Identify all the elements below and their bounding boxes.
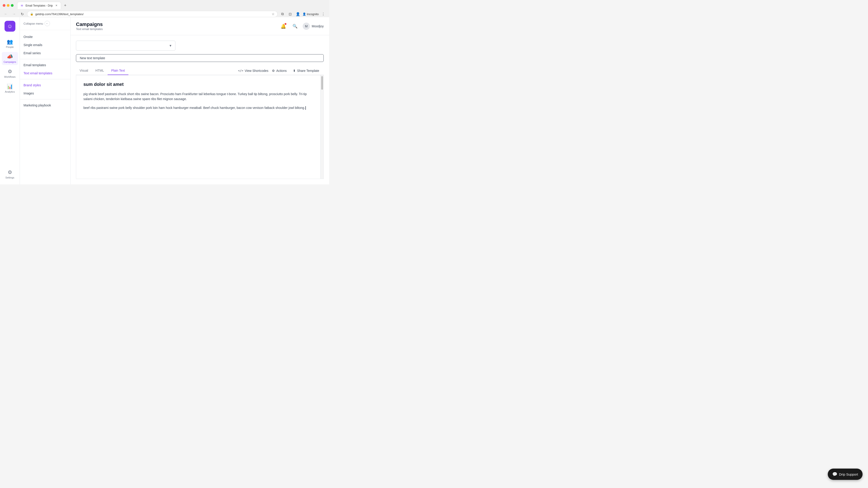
browser-title-bar: ✉ Email Templates - Drip ✕ + — [0, 0, 329, 10]
editor-paragraph-1: pig shank beef pastrami chuck short ribs… — [84, 92, 313, 102]
actions-gear-icon: ⚙ — [272, 69, 275, 72]
app-layout: ☺ 👥 People 📣 Campaigns ⚙ Workflows 📊 Ana… — [0, 17, 329, 184]
sidebar-header: Collapse menu ← — [20, 17, 70, 30]
collapse-arrow-icon: ← — [44, 21, 50, 26]
actions-label: Actions — [276, 69, 287, 72]
active-browser-tab[interactable]: ✉ Email Templates - Drip ✕ — [17, 2, 61, 9]
workflows-icon: ⚙ — [8, 69, 12, 74]
tab-favicon-icon: ✉ — [20, 4, 24, 7]
analytics-icon: 📊 — [7, 84, 13, 90]
collapse-menu-label: Collapse menu — [24, 22, 43, 25]
user-avatar: M — [303, 23, 310, 30]
sidebar-nav-brand-styles[interactable]: Brand styles — [20, 81, 70, 89]
sidebar-nav-single-emails[interactable]: Single emails — [20, 41, 70, 49]
toolbar-actions: </> View Shortcodes ⚙ Actions ⬆ Share Te… — [236, 67, 324, 74]
editor-paragraph-2: beef ribs pastrami swine pork belly shou… — [84, 105, 313, 110]
sidebar-nav: Onsite Single emails Email series Email … — [20, 30, 70, 112]
back-nav-btn[interactable]: ← — [3, 11, 9, 17]
sidebar-divider-1 — [20, 59, 70, 59]
app-logo[interactable]: ☺ — [4, 21, 16, 32]
bookmark-icon[interactable]: ☆ — [272, 12, 275, 16]
tab-html[interactable]: HTML — [92, 66, 107, 75]
editor-area[interactable]: sum dolor sit amet pig shank beef pastra… — [76, 75, 324, 179]
sidebar-nav-onsite[interactable]: Onsite — [20, 33, 70, 41]
logo-icon: ☺ — [7, 23, 13, 29]
view-shortcodes-btn[interactable]: </> View Shortcodes — [238, 67, 268, 74]
browser-actions: ⧉ ⊡ 👤 👤 Incognito ⋮ — [279, 11, 327, 17]
analytics-label: Analytics — [5, 90, 15, 93]
zoom-btn[interactable]: ⊡ — [287, 11, 293, 17]
sidebar-item-settings[interactable]: ⚙ Settings — [2, 168, 18, 181]
browser-tabs: ✉ Email Templates - Drip ✕ + — [16, 2, 70, 9]
dropdown-chevron-icon: ▼ — [169, 44, 172, 47]
close-window-btn[interactable] — [3, 4, 5, 7]
header-right: 🔔 🔍 M Moodjoy — [279, 22, 324, 30]
browser-chrome: ✉ Email Templates - Drip ✕ + ← → ↻ 🔒 get… — [0, 0, 329, 17]
more-options-btn[interactable]: ⋮ — [320, 11, 327, 17]
sidebar-divider-3 — [20, 99, 70, 99]
workflows-label: Workflows — [4, 75, 16, 78]
campaigns-label: Campaigns — [4, 61, 16, 63]
text-cursor — [305, 106, 306, 110]
editor-content[interactable]: sum dolor sit amet pig shank beef pastra… — [76, 75, 323, 179]
user-name: Moodjoy — [312, 24, 324, 28]
people-label: People — [6, 46, 13, 48]
new-template-btn[interactable]: New text template — [76, 54, 324, 62]
editor-scrollbar[interactable] — [320, 75, 323, 179]
page-title: Campaigns — [76, 22, 103, 27]
incognito-label: 👤 Incognito — [303, 12, 319, 16]
sidebar-item-analytics[interactable]: 📊 Analytics — [2, 82, 18, 95]
new-template-label: New text template — [80, 56, 105, 60]
sidebar-nav-images[interactable]: Images — [20, 89, 70, 97]
lock-icon: 🔒 — [30, 12, 33, 15]
extensions-btn[interactable]: ⧉ — [279, 11, 286, 17]
top-header: Campaigns Text email templates 🔔 🔍 M Moo… — [70, 17, 329, 35]
tab-close-btn[interactable]: ✕ — [55, 4, 58, 7]
tabs-bar: Visual HTML Plain Text </> View Shortcod… — [76, 66, 324, 75]
minimize-window-btn[interactable] — [7, 4, 9, 7]
template-dropdown[interactable]: ▼ — [76, 41, 176, 51]
share-template-label: Share Template — [297, 69, 319, 72]
sidebar-item-workflows[interactable]: ⚙ Workflows — [2, 67, 18, 80]
window-controls — [3, 4, 13, 7]
editor-scrollbar-thumb[interactable] — [321, 76, 323, 90]
settings-label: Settings — [5, 176, 14, 179]
breadcrumb: Text email templates — [76, 27, 103, 31]
sidebar-nav-email-templates[interactable]: Email templates — [20, 61, 70, 69]
search-btn[interactable]: 🔍 — [291, 22, 299, 30]
icon-rail: ☺ 👥 People 📣 Campaigns ⚙ Workflows 📊 Ana… — [0, 17, 20, 184]
profile-btn[interactable]: 👤 — [295, 11, 301, 17]
campaigns-icon: 📣 — [7, 54, 13, 60]
shortcodes-icon: </> — [238, 69, 243, 72]
new-tab-btn[interactable]: + — [61, 2, 69, 9]
notification-badge — [285, 23, 286, 25]
search-icon: 🔍 — [292, 24, 298, 29]
forward-nav-btn[interactable]: → — [11, 11, 17, 17]
template-dropdown-row: ▼ — [76, 41, 324, 51]
expanded-sidebar: Collapse menu ← Onsite Single emails Ema… — [20, 17, 70, 184]
actions-btn[interactable]: ⚙ Actions — [272, 67, 287, 74]
settings-icon: ⚙ — [8, 169, 12, 175]
collapse-menu-btn[interactable]: Collapse menu ← — [24, 21, 50, 26]
sidebar-nav-email-series[interactable]: Email series — [20, 49, 70, 57]
url-text: getdrip.com/7641396/text_templates/ — [35, 12, 270, 16]
maximize-window-btn[interactable] — [11, 4, 13, 7]
sidebar-item-campaigns[interactable]: 📣 Campaigns — [2, 52, 18, 65]
view-shortcodes-label: View Shortcodes — [245, 69, 268, 72]
notification-btn[interactable]: 🔔 — [279, 22, 287, 30]
tab-plain-text[interactable]: Plain Text — [107, 66, 128, 75]
sidebar-item-people[interactable]: 👥 People — [2, 37, 18, 50]
content-area: ▼ New text template Visual HTML Plain Te… — [70, 35, 329, 184]
share-template-btn[interactable]: ⬆ Share Template — [290, 67, 322, 74]
tab-title-label: Email Templates - Drip — [26, 4, 53, 7]
sidebar-nav-marketing-playbook[interactable]: Marketing playbook — [20, 101, 70, 109]
address-bar[interactable]: 🔒 getdrip.com/7641396/text_templates/ ☆ — [27, 11, 278, 17]
editor-heading: sum dolor sit amet — [84, 80, 313, 88]
header-left: Campaigns Text email templates — [76, 22, 103, 31]
tab-visual[interactable]: Visual — [76, 66, 92, 75]
user-menu[interactable]: M Moodjoy — [303, 23, 324, 30]
sidebar-nav-text-email-templates[interactable]: Text email templates — [20, 69, 70, 77]
refresh-nav-btn[interactable]: ↻ — [19, 11, 25, 17]
people-icon: 👥 — [7, 39, 13, 45]
share-icon: ⬆ — [293, 69, 296, 72]
